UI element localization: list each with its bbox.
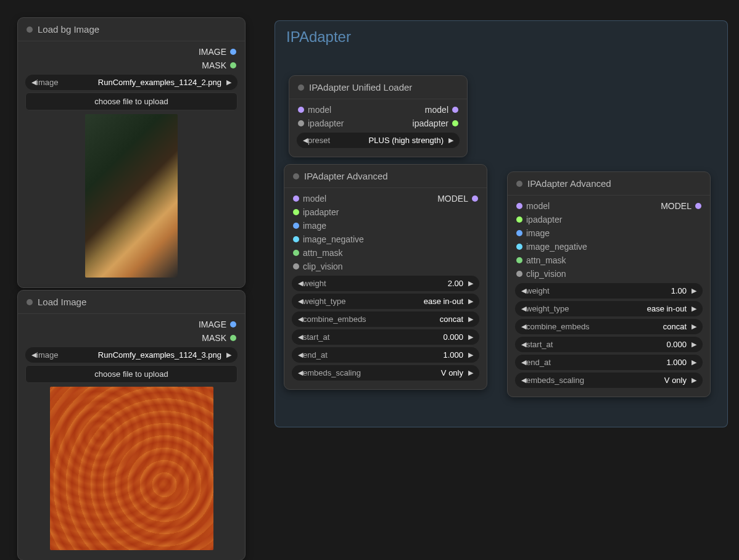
embeds-scaling-widget[interactable]: ◀embeds_scalingV only▶ [292,365,479,381]
combine-embeds-widget[interactable]: ◀combine_embedsconcat▶ [292,311,479,327]
chevron-left-icon[interactable]: ◀ [521,340,526,348]
chevron-right-icon[interactable]: ▶ [448,136,453,144]
ipadapter-advanced-node-2[interactable]: IPAdapter Advanced model MODEL ipadapter… [507,171,711,397]
collapse-toggle-icon[interactable] [27,299,33,305]
image-negative-input-port[interactable] [516,244,522,250]
image-preview [50,387,213,550]
widget-value: 1.000 [443,350,463,360]
model-input-port[interactable] [298,107,304,113]
image-output-port[interactable] [230,49,236,55]
chevron-right-icon[interactable]: ▶ [226,78,231,86]
node-header[interactable]: IPAdapter Unified Loader [289,76,467,99]
chevron-right-icon[interactable]: ▶ [468,333,473,341]
chevron-left-icon[interactable]: ◀ [298,279,303,287]
upload-button[interactable]: choose file to upload [25,93,237,110]
ipadapter-output-port[interactable] [452,120,458,126]
node-editor-canvas[interactable]: IPAdapter Load bg Image IMAGE MASK ◀ ima… [0,0,739,560]
weight-widget[interactable]: ◀weight2.00▶ [292,276,479,291]
node-header[interactable]: IPAdapter Advanced [508,172,710,196]
chevron-left-icon[interactable]: ◀ [298,297,303,305]
chevron-left-icon[interactable]: ◀ [521,323,526,331]
input-label: image_negative [526,242,587,252]
chevron-left-icon[interactable]: ◀ [298,333,303,341]
weight-widget[interactable]: ◀weight1.00▶ [515,283,703,299]
model-output-port[interactable] [452,107,458,113]
chevron-right-icon[interactable]: ▶ [692,376,696,384]
ipadapter-input-port[interactable] [516,216,522,223]
load-bg-image-node[interactable]: Load bg Image IMAGE MASK ◀ image RunComf… [17,17,246,288]
node-title: IPAdapter Advanced [527,178,611,189]
image-negative-input-port[interactable] [293,236,299,242]
chevron-right-icon[interactable]: ▶ [692,287,696,295]
image-input-port[interactable] [516,230,522,236]
output-mask-label: MASK [202,333,226,343]
ipadapter-advanced-node-1[interactable]: IPAdapter Advanced model MODEL ipadapter… [284,164,487,390]
node-header[interactable]: Load Image [18,290,245,314]
start-at-widget[interactable]: ◀start_at0.000▶ [515,337,703,352]
start-at-widget[interactable]: ◀start_at0.000▶ [292,329,479,345]
chevron-left-icon[interactable]: ◀ [298,315,303,323]
collapse-toggle-icon[interactable] [298,84,304,91]
chevron-right-icon[interactable]: ▶ [692,305,696,313]
output-image-label: IMAGE [199,319,226,329]
chevron-left-icon[interactable]: ◀ [303,136,308,144]
chevron-right-icon[interactable]: ▶ [692,358,696,366]
collapse-toggle-icon[interactable] [27,27,33,33]
model-input-port[interactable] [516,203,522,209]
end-at-widget[interactable]: ◀end_at1.000▶ [292,347,479,363]
clip-vision-input-port[interactable] [516,271,522,277]
node-header[interactable]: Load bg Image [18,18,245,41]
image-input-port[interactable] [293,223,299,229]
output-ipadapter-label: ipadapter [413,118,448,128]
input-label: ipadapter [303,207,339,217]
ipadapter-input-port[interactable] [293,209,299,215]
image-output-port[interactable] [230,321,236,327]
chevron-right-icon[interactable]: ▶ [468,369,473,377]
chevron-left-icon[interactable]: ◀ [298,369,303,377]
embeds-scaling-widget[interactable]: ◀embeds_scalingV only▶ [515,373,703,388]
chevron-left-icon[interactable]: ◀ [31,351,36,359]
chevron-left-icon[interactable]: ◀ [521,305,526,313]
output-model-label: MODEL [661,201,692,211]
widget-label: end_at [303,350,328,360]
widget-label: embeds_scaling [303,368,361,377]
node-header[interactable]: IPAdapter Advanced [284,165,487,188]
attn-mask-input-port[interactable] [293,250,299,256]
attn-mask-input-port[interactable] [516,257,522,263]
widget-label: end_at [526,358,551,367]
preset-selector[interactable]: ◀ preset PLUS (high strength) ▶ [297,133,460,148]
collapse-toggle-icon[interactable] [293,173,299,179]
weight-type-widget[interactable]: ◀weight_typeease in-out▶ [292,294,479,309]
image-file-selector[interactable]: ◀ image RunComfy_examples_1124_3.png ▶ [25,347,237,363]
combine-embeds-widget[interactable]: ◀combine_embedsconcat▶ [515,319,703,334]
image-file-selector[interactable]: ◀ image RunComfy_examples_1124_2.png ▶ [25,75,237,90]
weight-type-widget[interactable]: ◀weight_typeease in-out▶ [515,301,703,316]
load-image-node[interactable]: Load Image IMAGE MASK ◀ image RunComfy_e… [17,290,246,560]
chevron-left-icon[interactable]: ◀ [521,287,526,295]
upload-button[interactable]: choose file to upload [25,365,237,383]
chevron-right-icon[interactable]: ▶ [468,315,473,323]
chevron-left-icon[interactable]: ◀ [521,358,526,366]
ipadapter-input-port[interactable] [298,120,304,126]
model-output-port[interactable] [695,203,701,209]
chevron-right-icon[interactable]: ▶ [692,323,696,331]
chevron-left-icon[interactable]: ◀ [298,351,303,359]
mask-output-port[interactable] [230,62,236,68]
chevron-right-icon[interactable]: ▶ [468,351,473,359]
widget-value: concat [440,315,463,324]
model-input-port[interactable] [293,196,299,202]
ipadapter-unified-loader-node[interactable]: IPAdapter Unified Loader model model ipa… [289,75,468,157]
chevron-right-icon[interactable]: ▶ [692,340,696,348]
chevron-right-icon[interactable]: ▶ [226,351,231,359]
end-at-widget[interactable]: ◀end_at1.000▶ [515,355,703,370]
chevron-left-icon[interactable]: ◀ [31,78,36,86]
input-label: image [526,228,550,238]
chevron-right-icon[interactable]: ▶ [468,279,473,287]
model-output-port[interactable] [472,196,478,202]
chevron-right-icon[interactable]: ▶ [468,297,473,305]
collapse-toggle-icon[interactable] [516,181,522,187]
chevron-left-icon[interactable]: ◀ [521,376,526,384]
clip-vision-input-port[interactable] [293,263,299,270]
input-ipadapter-label: ipadapter [308,118,344,128]
mask-output-port[interactable] [230,335,236,341]
